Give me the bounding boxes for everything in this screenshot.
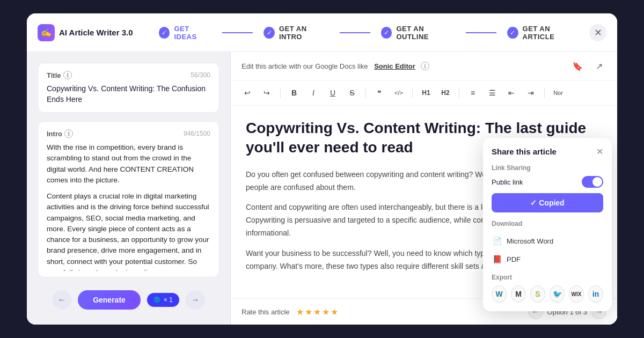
redo-button[interactable]: ↪ (259, 85, 275, 101)
title-content[interactable]: Copywriting Vs. Content Writing: The Con… (47, 84, 210, 105)
intro-label: Intro ℹ (47, 129, 73, 138)
step-icon-article: ✓ (507, 27, 518, 39)
pdf-label: PDF (507, 255, 521, 263)
token-badge: 🔵 × 1 (147, 293, 179, 307)
toolbar-sep-5 (544, 87, 545, 98)
italic-button[interactable]: I (305, 85, 321, 101)
underline-button[interactable]: U (325, 85, 341, 101)
intro-count: 946/1500 (184, 130, 210, 137)
toolbar-sep-2 (365, 87, 366, 98)
step-label-ideas: GET IDEAS (174, 25, 211, 41)
title-field-box: Title ℹ 56/300 Copywriting Vs. Content W… (38, 63, 219, 113)
left-panel: Title ℹ 56/300 Copywriting Vs. Content W… (27, 52, 231, 325)
word-icon: 📄 (492, 236, 502, 246)
right-panel: Edit this article with our Google Docs l… (231, 52, 617, 325)
nav-step-article[interactable]: ✓ GET AN ARTICLE (499, 21, 589, 44)
copied-label: ✓ Copied (530, 199, 564, 207)
token-count: × 1 (164, 296, 173, 304)
next-arrow[interactable]: → (186, 290, 205, 310)
link-row: Public link (492, 176, 603, 188)
export-wix[interactable]: WIX (569, 285, 584, 303)
token-icon: 🔵 (153, 296, 162, 304)
export-section: Export W M S 🐦 WIX in (492, 274, 603, 303)
h1-button[interactable]: H1 (418, 85, 434, 101)
download-word[interactable]: 📄 Microsoft Word (492, 232, 603, 250)
sonic-editor-link[interactable]: Sonic Editor (374, 62, 415, 70)
editor-toolbar: ↩ ↪ B I U S ❝ </> H1 H2 ≡ ☰ ⇤ ⇥ Nor (231, 80, 617, 106)
download-section: Download 📄 Microsoft Word 📕 PDF (492, 220, 603, 268)
step-label-intro: GET AN INTRO (279, 25, 329, 41)
bottom-bar-left: ← Generate 🔵 × 1 → (38, 286, 219, 314)
title-count: 56/300 (191, 71, 210, 79)
indent-right-button[interactable]: ⇥ (523, 85, 539, 101)
link-sharing-label: Link sharing (492, 164, 603, 172)
brand-name: AI Article Writer 3.0 (59, 28, 133, 37)
nav-step-outline[interactable]: ✓ GET AN OUTLINE (372, 21, 464, 44)
nav-connector-1 (222, 32, 253, 33)
brand-icon: ✍ (38, 24, 55, 41)
header-icons: 🔖 ↗ (570, 58, 606, 74)
export-medium[interactable]: M (511, 285, 526, 303)
toolbar-sep-1 (280, 87, 281, 98)
public-link-label: Public link (492, 178, 523, 186)
popup-header: Share this article ✕ (492, 146, 603, 157)
bookmark-button[interactable]: 🔖 (570, 58, 585, 74)
h2-button[interactable]: H2 (437, 85, 453, 101)
quote-button[interactable]: ❝ (371, 85, 387, 101)
nav-connector-2 (340, 32, 370, 33)
word-label: Microsoft Word (507, 237, 553, 245)
nav-steps: ✓ GET IDEAS ✓ GET AN INTRO ✓ GET AN OUTL… (150, 21, 589, 44)
prev-arrow[interactable]: ← (52, 290, 71, 310)
nav-connector-3 (466, 32, 496, 33)
indent-left-button[interactable]: ⇤ (503, 85, 519, 101)
share-popup: Share this article ✕ Link sharing Public… (483, 138, 612, 311)
code-button[interactable]: </> (391, 85, 407, 101)
top-nav: ✍ AI Article Writer 3.0 ✓ GET IDEAS ✓ GE… (27, 13, 617, 52)
strikethrough-button[interactable]: S (344, 85, 360, 101)
intro-info-icon[interactable]: ℹ (64, 129, 73, 138)
bullet-list-button[interactable]: ≡ (465, 85, 481, 101)
intro-field-box: Intro ℹ 946/1500 With the rise in compet… (38, 121, 219, 277)
rate-label: Rate this article (241, 308, 290, 316)
intro-content[interactable]: With the rise in competition, every bran… (47, 142, 210, 271)
public-link-toggle[interactable] (582, 176, 603, 188)
step-icon-intro: ✓ (264, 27, 275, 39)
nav-step-intro[interactable]: ✓ GET AN INTRO (255, 21, 338, 44)
bold-button[interactable]: B (286, 85, 302, 101)
pdf-icon: 📕 (492, 254, 502, 264)
step-label-article: GET AN ARTICLE (523, 25, 581, 41)
sonic-info-icon[interactable]: ℹ (421, 62, 429, 70)
copied-button[interactable]: ✓ Copied (492, 193, 603, 212)
step-icon-outline: ✓ (381, 27, 392, 39)
export-label: Export (492, 274, 603, 281)
title-label: Title ℹ (47, 71, 72, 79)
download-label: Download (492, 220, 603, 227)
export-twitter[interactable]: 🐦 (550, 285, 565, 303)
intro-field-header: Intro ℹ 946/1500 (47, 129, 210, 138)
popup-title: Share this article (492, 147, 557, 156)
toolbar-sep-3 (412, 87, 413, 98)
export-icons: W M S 🐦 WIX in (492, 285, 603, 303)
star-rating[interactable]: ★★★★★ (296, 307, 339, 317)
title-info-icon[interactable]: ℹ (63, 71, 72, 79)
toolbar-sep-4 (459, 87, 459, 98)
export-linkedin[interactable]: in (588, 285, 603, 303)
editor-header: Edit this article with our Google Docs l… (231, 52, 617, 80)
step-label-outline: GET AN OUTLINE (396, 25, 455, 41)
export-wordpress[interactable]: W (492, 285, 507, 303)
body-area: Title ℹ 56/300 Copywriting Vs. Content W… (27, 52, 617, 325)
main-container: ✍ AI Article Writer 3.0 ✓ GET IDEAS ✓ GE… (27, 13, 617, 325)
title-field-header: Title ℹ 56/300 (47, 71, 210, 79)
generate-button[interactable]: Generate (78, 290, 141, 310)
undo-button[interactable]: ↩ (239, 85, 255, 101)
brand: ✍ AI Article Writer 3.0 (38, 24, 133, 41)
nav-step-ideas[interactable]: ✓ GET IDEAS (150, 21, 221, 44)
number-list-button[interactable]: ☰ (484, 85, 500, 101)
external-link-button[interactable]: ↗ (591, 58, 606, 74)
text-style-button[interactable]: Nor (550, 85, 566, 101)
popup-close-button[interactable]: ✕ (596, 146, 603, 157)
close-button[interactable]: ✕ (589, 24, 606, 41)
download-pdf[interactable]: 📕 PDF (492, 250, 603, 268)
export-shopify[interactable]: S (530, 285, 545, 303)
step-icon-ideas: ✓ (159, 27, 170, 39)
